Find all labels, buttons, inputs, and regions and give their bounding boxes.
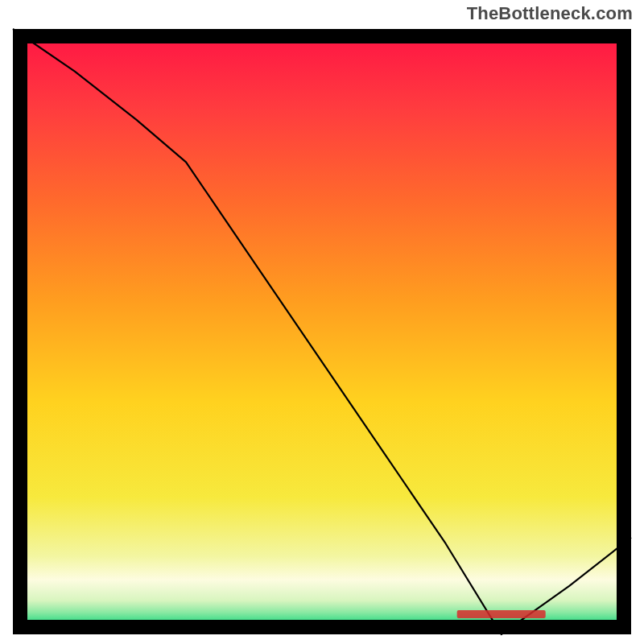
chart-annotation — [457, 610, 546, 618]
bottleneck-chart — [0, 0, 644, 644]
chart-container: TheBottleneck.com — [0, 0, 644, 644]
chart-background — [20, 36, 624, 627]
